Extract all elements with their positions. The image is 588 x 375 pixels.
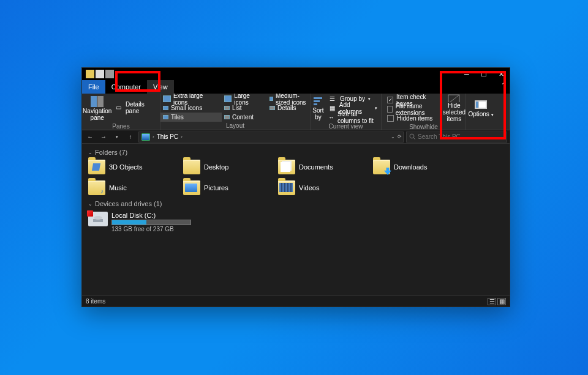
- breadcrumb-location[interactable]: This PC: [157, 133, 179, 140]
- hide-selected-label: Hide selected items: [443, 102, 466, 122]
- layout-extra-large[interactable]: Extra large icons: [160, 94, 222, 103]
- hide-selected-button[interactable]: Hide selected items: [443, 94, 466, 122]
- disk-icon: [88, 212, 108, 226]
- folder-icon: [88, 160, 105, 174]
- refresh-dropdown[interactable]: ⌄ ⟳: [391, 134, 402, 139]
- folder-item[interactable]: Desktop: [183, 158, 278, 176]
- hidden-items-checkbox[interactable]: [387, 115, 394, 122]
- options-label: Options: [468, 111, 489, 117]
- svg-rect-1: [97, 96, 104, 107]
- layout-large[interactable]: Large icons: [222, 94, 267, 103]
- layout-medium[interactable]: Medium-sized icons: [267, 94, 310, 103]
- close-button[interactable]: ✕: [492, 68, 510, 80]
- svg-point-10: [410, 134, 414, 138]
- folder-icon: [88, 180, 105, 195]
- item-check-boxes-checkbox[interactable]: [387, 97, 393, 103]
- nav-up-button[interactable]: ↑: [125, 132, 136, 143]
- folder-label: 3D Objects: [109, 163, 142, 171]
- file-explorer-window: ─ ☐ ✕ File Computer View ⌃ Navigation pa…: [81, 67, 510, 307]
- folder-label: Downloads: [394, 163, 427, 171]
- content-area: ⌄ Folders (7) 3D ObjectsDesktopDocuments…: [82, 144, 510, 295]
- layout-content[interactable]: Content: [222, 113, 267, 122]
- search-placeholder: Search This PC: [418, 133, 461, 140]
- view-large-button[interactable]: ▦: [497, 298, 506, 305]
- tab-file[interactable]: File: [82, 80, 105, 94]
- folder-item[interactable]: Videos: [278, 179, 373, 196]
- properties-icon[interactable]: [96, 70, 104, 78]
- minimize-button[interactable]: ─: [458, 68, 475, 80]
- new-folder-icon[interactable]: [105, 70, 114, 78]
- storage-bar: [111, 220, 191, 225]
- group-label-layout: Layout: [160, 122, 310, 130]
- group-label-panes: Panes: [82, 122, 160, 130]
- chevron-down-icon: ⌄: [88, 150, 92, 155]
- folder-icon: [373, 160, 390, 174]
- group-by-icon: ☰: [328, 95, 337, 102]
- layout-tiles[interactable]: Tiles: [160, 113, 222, 122]
- navigation-pane-button[interactable]: Navigation pane: [82, 94, 112, 122]
- collapse-ribbon-button[interactable]: ⌃: [501, 82, 506, 88]
- folder-label: Pictures: [204, 184, 228, 191]
- details-pane-button[interactable]: ▭ Details pane: [112, 103, 160, 112]
- tab-view[interactable]: View: [147, 80, 174, 94]
- details-pane-icon: ▭: [115, 104, 123, 111]
- navigation-pane-label: Navigation pane: [82, 108, 112, 121]
- drive-free-text: 133 GB free of 237 GB: [111, 226, 191, 232]
- ribbon-tabs: File Computer View ⌃: [82, 80, 510, 94]
- add-columns-icon: ▦: [328, 105, 336, 111]
- drives-header[interactable]: ⌄ Devices and drives (1): [88, 200, 503, 207]
- status-item-count: 8 items: [86, 298, 105, 305]
- folder-icon: [183, 160, 200, 174]
- nav-history-button[interactable]: ▾: [111, 132, 123, 143]
- view-details-button[interactable]: ☰: [488, 298, 496, 305]
- svg-line-11: [413, 138, 415, 139]
- explorer-icon: [86, 70, 94, 78]
- address-bar: ← → ▾ ↑ › This PC › ⌄ ⟳ Search This PC: [82, 130, 510, 144]
- folder-icon: [278, 160, 295, 174]
- svg-rect-9: [479, 102, 486, 108]
- folder-icon: [183, 180, 200, 195]
- file-extensions-checkbox[interactable]: [387, 106, 393, 113]
- status-bar: 8 items ☰ ▦: [82, 295, 510, 306]
- svg-rect-8: [476, 102, 478, 108]
- hidden-items-toggle[interactable]: Hidden items: [385, 114, 443, 123]
- folder-item[interactable]: Downloads: [373, 158, 468, 176]
- folder-label: Desktop: [204, 163, 228, 171]
- folder-label: Music: [109, 184, 127, 191]
- folder-item[interactable]: Music: [88, 179, 183, 196]
- maximize-button[interactable]: ☐: [475, 68, 492, 80]
- folder-item[interactable]: Pictures: [183, 179, 278, 196]
- breadcrumb[interactable]: › This PC › ⌄ ⟳: [138, 132, 404, 143]
- svg-rect-2: [314, 97, 322, 99]
- title-bar: ─ ☐ ✕: [82, 68, 510, 80]
- search-input[interactable]: Search This PC: [406, 132, 507, 143]
- svg-line-6: [448, 95, 459, 102]
- folders-header[interactable]: ⌄ Folders (7): [88, 149, 503, 156]
- file-name-extensions-toggle[interactable]: File name extensions: [385, 105, 443, 114]
- drive-label: Local Disk (C:): [111, 212, 191, 219]
- nav-forward-button[interactable]: →: [98, 132, 109, 143]
- size-columns-button[interactable]: ↔Size all columns to fit: [326, 113, 381, 122]
- sort-by-label: Sort by: [311, 107, 326, 121]
- svg-rect-3: [314, 100, 320, 102]
- layout-details[interactable]: Details: [267, 103, 300, 113]
- layout-list[interactable]: List: [222, 103, 267, 113]
- folder-item[interactable]: 3D Objects: [88, 158, 183, 176]
- folder-item[interactable]: Documents: [278, 158, 373, 176]
- layout-small[interactable]: Small icons: [160, 103, 222, 113]
- svg-rect-0: [91, 96, 97, 107]
- drive-item[interactable]: Local Disk (C:) 133 GB free of 237 GB: [88, 210, 503, 234]
- chevron-right-icon[interactable]: ›: [181, 134, 183, 139]
- ribbon: Navigation pane ▭ Details pane Panes Ext…: [82, 94, 510, 130]
- options-button[interactable]: Options ▾: [466, 94, 496, 122]
- group-label-current-view: Current view: [311, 122, 381, 130]
- chevron-right-icon[interactable]: ›: [153, 134, 154, 139]
- chevron-down-icon: ⌄: [88, 201, 92, 207]
- tab-computer[interactable]: Computer: [105, 80, 147, 94]
- nav-back-button[interactable]: ←: [85, 132, 96, 143]
- sort-by-button[interactable]: Sort by: [311, 94, 326, 122]
- svg-point-13: [94, 216, 102, 220]
- folder-label: Videos: [299, 184, 319, 191]
- search-icon: [409, 133, 416, 140]
- quick-access-toolbar: [86, 70, 114, 78]
